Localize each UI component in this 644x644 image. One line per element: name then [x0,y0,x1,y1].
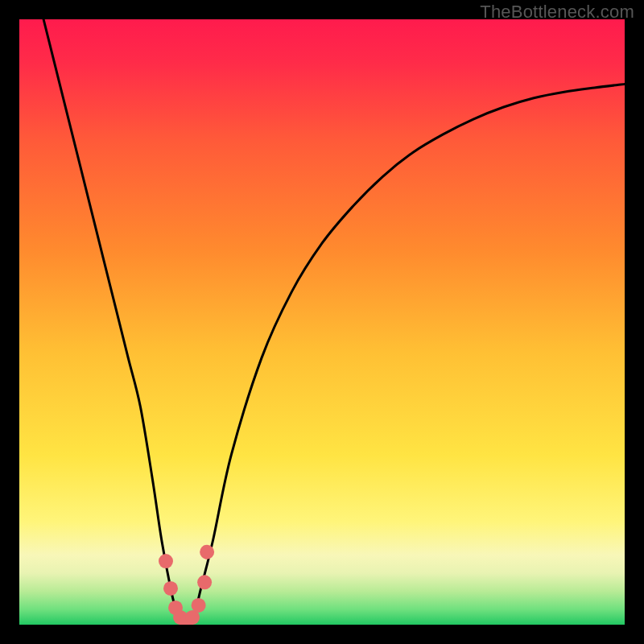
highlight-marker [163,581,178,596]
highlight-marker [200,545,214,559]
gradient-background [19,19,625,625]
chart-frame [19,19,625,625]
bottleneck-chart [19,19,625,625]
highlight-marker [192,598,206,613]
highlight-marker [197,575,212,589]
watermark-text: TheBottleneck.com [480,2,634,23]
highlight-marker [159,554,173,568]
